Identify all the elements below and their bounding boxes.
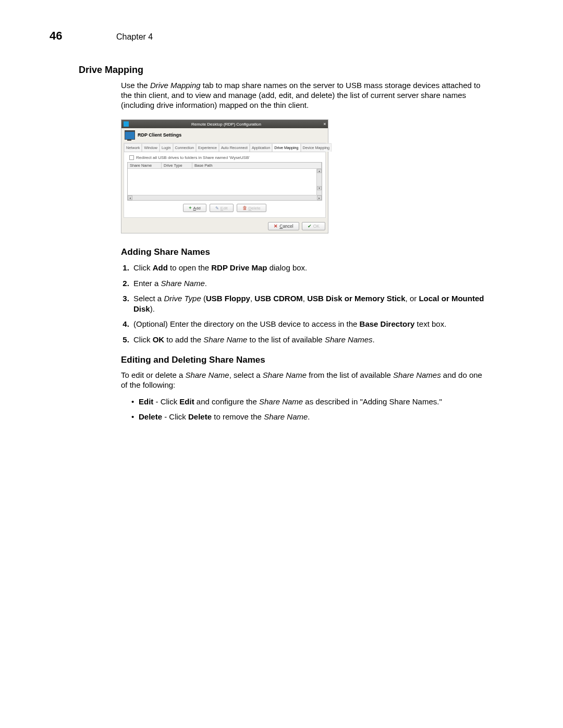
close-icon[interactable]: × bbox=[322, 121, 328, 127]
grid-body[interactable]: ▴ ▾ bbox=[128, 169, 322, 195]
text: (Optional) Enter the directory on the US… bbox=[133, 319, 360, 328]
redirect-usb-checkbox[interactable] bbox=[129, 155, 134, 160]
tab-bar: Network Window Login Connection Experien… bbox=[124, 143, 325, 152]
scroll-up-icon[interactable]: ▴ bbox=[317, 169, 322, 173]
text: , or bbox=[406, 294, 419, 303]
tab-drive-mapping[interactable]: Drive Mapping bbox=[272, 143, 300, 152]
redirect-usb-label: Redirect all USB drives to folders in Sh… bbox=[136, 155, 250, 160]
horizontal-scrollbar[interactable]: ◂ ▸ bbox=[128, 195, 322, 200]
text: dialog box. bbox=[267, 263, 308, 272]
plus-icon: + bbox=[189, 205, 191, 211]
tab-auto-reconnect[interactable]: Auto Reconnect bbox=[219, 143, 250, 152]
check-icon: ✔ bbox=[308, 224, 312, 229]
rdp-config-screenshot: Remote Desktop (RDP) Configuration × RDP… bbox=[121, 119, 513, 233]
ok-button-label: OK bbox=[313, 224, 320, 229]
vertical-scrollbar[interactable]: ▴ ▾ bbox=[316, 169, 322, 195]
text: - Click bbox=[162, 412, 188, 421]
text: to remove the bbox=[212, 412, 264, 421]
redirect-usb-row: Redirect all USB drives to folders in Sh… bbox=[129, 155, 322, 160]
edit-button-label: Edit bbox=[221, 206, 228, 211]
pencil-icon: ✎ bbox=[215, 206, 219, 211]
text-bold: Edit bbox=[179, 397, 194, 406]
share-grid: Share Name Drive Type Base Path ▴ ▾ ◂ bbox=[127, 162, 322, 201]
add-button-label: AAdddd bbox=[193, 206, 201, 211]
trash-icon: 🗑 bbox=[242, 205, 247, 211]
step-1: Click Add to open the RDP Drive Map dial… bbox=[131, 263, 490, 273]
editing-bullets: Edit - Click Edit and configure the Shar… bbox=[131, 397, 490, 422]
text: ). bbox=[150, 304, 155, 313]
dialog-footer: ✕Cancel ✔OK bbox=[121, 218, 328, 233]
text: . bbox=[373, 335, 375, 344]
text: To edit or delete a bbox=[121, 371, 185, 379]
text: Click bbox=[133, 335, 153, 344]
drive-mapping-paragraph: Use the Drive Mapping tab to map share n… bbox=[121, 81, 490, 110]
text: Enter a bbox=[133, 279, 161, 288]
delete-button-label: Delete bbox=[249, 206, 261, 211]
page-header: 46 Chapter 4 bbox=[50, 29, 513, 43]
text-bold: Edit bbox=[139, 397, 153, 406]
x-icon: ✕ bbox=[274, 224, 278, 229]
text-bold: USB Disk or Memory Stick bbox=[307, 294, 405, 303]
text: Select a bbox=[133, 294, 164, 303]
subsection-adding-share-names: Adding Share Names bbox=[121, 247, 513, 257]
bullet-delete: Delete - Click Delete to remove the Shar… bbox=[131, 412, 490, 422]
dialog-titlebar: Remote Desktop (RDP) Configuration × bbox=[121, 120, 328, 128]
section-title-drive-mapping: Drive Mapping bbox=[79, 65, 513, 76]
text-bold: Add bbox=[153, 263, 168, 272]
text-italic: Share Name bbox=[161, 279, 205, 288]
text: Click bbox=[133, 263, 153, 272]
monitor-icon bbox=[125, 130, 135, 140]
text-bold: OK bbox=[153, 335, 165, 344]
text-bold: Base Directory bbox=[360, 319, 415, 328]
text-bold: Delete bbox=[139, 412, 162, 421]
text: . bbox=[308, 412, 310, 421]
col-share-name[interactable]: Share Name bbox=[128, 163, 162, 168]
text-italic: Drive Mapping bbox=[150, 81, 201, 90]
subsection-editing-deleting: Editing and Deleting Share Names bbox=[121, 355, 513, 365]
tab-login[interactable]: Login bbox=[160, 143, 173, 152]
tab-content: Redirect all USB drives to folders in Sh… bbox=[124, 152, 325, 217]
scroll-down-icon[interactable]: ▾ bbox=[317, 186, 322, 190]
tab-application[interactable]: Application bbox=[250, 143, 272, 152]
text-italic: Share Names bbox=[325, 335, 373, 344]
text: text box. bbox=[414, 319, 446, 328]
col-drive-type[interactable]: Drive Type bbox=[162, 163, 192, 168]
page: 46 Chapter 4 Drive Mapping Use the Drive… bbox=[0, 0, 563, 728]
app-icon bbox=[124, 121, 129, 127]
text-bold: USB CDROM bbox=[254, 294, 303, 303]
rdp-config-dialog: Remote Desktop (RDP) Configuration × RDP… bbox=[121, 119, 328, 233]
add-button[interactable]: +AAdddd bbox=[183, 204, 206, 212]
text: to the list of available bbox=[247, 335, 324, 344]
delete-button[interactable]: 🗑Delete bbox=[237, 204, 266, 212]
text: , select a bbox=[229, 371, 263, 379]
tab-connection[interactable]: Connection bbox=[173, 143, 196, 152]
editing-paragraph: To edit or delete a Share Name, select a… bbox=[121, 371, 490, 390]
cancel-button-label: Cancel bbox=[279, 224, 293, 229]
chapter-label: Chapter 4 bbox=[116, 32, 153, 42]
tab-window[interactable]: Window bbox=[142, 143, 160, 152]
scroll-left-icon[interactable]: ◂ bbox=[128, 195, 132, 200]
edit-button[interactable]: ✎Edit bbox=[210, 204, 234, 212]
text-italic: Share Name bbox=[185, 371, 229, 379]
step-4: (Optional) Enter the directory on the US… bbox=[131, 319, 490, 329]
text-bold: Delete bbox=[188, 412, 212, 421]
text: . bbox=[205, 279, 207, 288]
text-italic: Share Name bbox=[264, 412, 308, 421]
step-5: Click OK to add the Share Name to the li… bbox=[131, 335, 490, 345]
tab-device-mapping[interactable]: Device Mapping bbox=[301, 143, 332, 152]
col-base-path[interactable]: Base Path bbox=[192, 163, 322, 168]
ok-button[interactable]: ✔OK bbox=[302, 222, 325, 230]
tab-experience[interactable]: Experience bbox=[196, 143, 219, 152]
step-2: Enter a Share Name. bbox=[131, 278, 490, 289]
tab-network[interactable]: Network bbox=[124, 143, 142, 152]
step-3: Select a Drive Type (USB Floppy, USB CDR… bbox=[131, 293, 490, 314]
text-italic: Share Name bbox=[203, 335, 247, 344]
text-bold: RDP Drive Map bbox=[211, 263, 267, 272]
text: , bbox=[303, 294, 307, 303]
scroll-right-icon[interactable]: ▸ bbox=[317, 195, 322, 200]
text: as described in "Adding Share Names." bbox=[303, 397, 442, 406]
cancel-button[interactable]: ✕Cancel bbox=[268, 222, 299, 230]
text-italic: Share Name bbox=[259, 397, 303, 406]
text: - Click bbox=[153, 397, 179, 406]
bullet-edit: Edit - Click Edit and configure the Shar… bbox=[131, 397, 490, 407]
